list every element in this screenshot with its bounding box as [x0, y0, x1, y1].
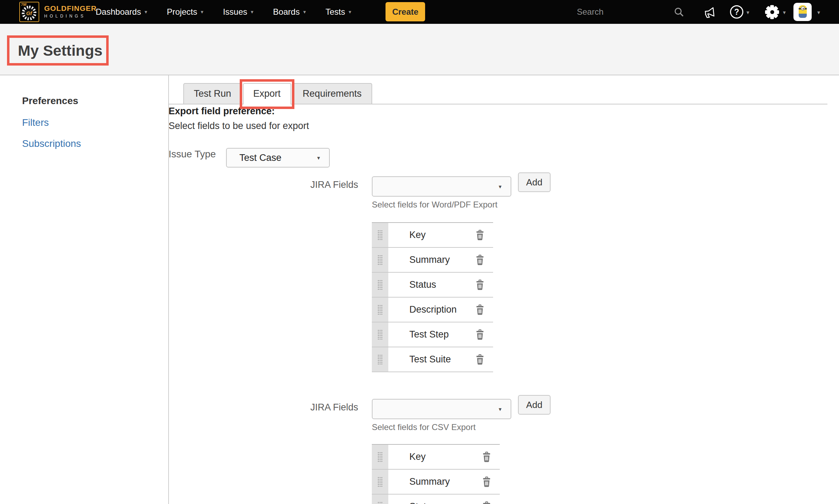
- jira-fields-select-csv[interactable]: ▾: [372, 399, 511, 419]
- drag-handle[interactable]: [372, 470, 388, 494]
- avatar-detail: [803, 8, 804, 9]
- user-avatar[interactable]: [793, 3, 812, 21]
- avatar-caret-icon[interactable]: ▾: [817, 9, 820, 16]
- megaphone-icon[interactable]: [702, 5, 718, 20]
- nav-menu-tests[interactable]: Tests▾: [326, 7, 352, 17]
- csv-caption: Select fields for CSV Export: [372, 422, 476, 432]
- field-row-status: Status: [372, 273, 493, 298]
- field-name: Summary: [409, 254, 475, 265]
- nav-menu-label: Tests: [326, 7, 345, 17]
- field-row-status: Status: [372, 495, 500, 504]
- help-glyph: ?: [734, 7, 739, 17]
- brand-title: GOLDFINGER: [44, 4, 97, 13]
- drag-dots-icon: [377, 280, 383, 290]
- chevron-down-icon: ▾: [349, 9, 352, 15]
- nav-menu-label: Boards: [273, 7, 300, 17]
- export-preference-subtext: Select fields to be used for export: [169, 121, 309, 131]
- gear-caret-icon[interactable]: ▾: [783, 9, 786, 16]
- field-row-description: Description: [372, 298, 493, 322]
- drag-handle[interactable]: [372, 273, 388, 297]
- field-row-key: Key: [372, 223, 493, 248]
- add-button-wordpdf[interactable]: Add: [518, 172, 551, 192]
- logo-monogram: Gf: [25, 8, 34, 18]
- drag-handle[interactable]: [372, 298, 388, 322]
- trash-icon[interactable]: [475, 254, 485, 265]
- search-input[interactable]: [577, 6, 657, 18]
- drag-dots-icon: [377, 305, 383, 315]
- wordpdf-caption: Select fields for Word/PDF Export: [372, 200, 497, 210]
- field-row-test-suite: Test Suite: [372, 347, 493, 372]
- field-name: Key: [409, 451, 482, 462]
- sidebar-link-filters[interactable]: Filters: [22, 117, 49, 128]
- drag-handle[interactable]: [372, 445, 388, 469]
- field-name: Description: [409, 304, 475, 315]
- tab-label[interactable]: Requirements: [292, 83, 372, 104]
- field-row-test-step: Test Step: [372, 322, 493, 347]
- nav-menu-dashboards[interactable]: Dashboards▾: [96, 7, 147, 17]
- tab-label[interactable]: Test Run: [183, 83, 242, 104]
- trash-icon[interactable]: [475, 329, 485, 340]
- add-button-csv[interactable]: Add: [518, 395, 551, 415]
- nav-menu-issues[interactable]: Issues▾: [223, 7, 253, 17]
- field-row-key: Key: [372, 445, 500, 470]
- drag-dots-icon: [377, 230, 383, 240]
- drag-dots-icon: [377, 255, 383, 265]
- company-logo[interactable]: 79F Gf: [19, 2, 39, 22]
- drag-handle[interactable]: [372, 495, 388, 504]
- search-icon[interactable]: [674, 7, 685, 18]
- chevron-down-icon: ▾: [317, 155, 320, 161]
- brand-subtitle: HOLDINGS: [44, 14, 97, 19]
- field-name: Status: [409, 501, 482, 504]
- help-icon[interactable]: ?: [730, 5, 743, 19]
- nav-menu-boards[interactable]: Boards▾: [273, 7, 306, 17]
- nav-menu-label: Projects: [167, 7, 197, 17]
- chevron-down-icon: ▾: [201, 9, 204, 15]
- help-caret-icon[interactable]: ▾: [746, 9, 749, 16]
- trash-icon[interactable]: [475, 230, 485, 240]
- logo-swirl-icon: Gf: [22, 6, 36, 20]
- drag-dots-icon: [377, 329, 383, 340]
- chevron-down-icon: ▾: [303, 9, 306, 15]
- avatar-image: [799, 5, 807, 18]
- drag-handle[interactable]: [372, 248, 388, 272]
- tab-label[interactable]: Export: [243, 83, 291, 104]
- trash-icon[interactable]: [482, 476, 491, 487]
- trash-icon[interactable]: [482, 501, 491, 504]
- gear-icon[interactable]: [765, 5, 779, 19]
- sidebar-link-subscriptions[interactable]: Subscriptions: [22, 138, 81, 149]
- avatar-detail: [801, 6, 805, 11]
- drag-handle[interactable]: [372, 347, 388, 372]
- field-name: Status: [409, 279, 475, 290]
- tab-requirements[interactable]: Requirements: [292, 83, 372, 104]
- tab-export[interactable]: Export: [243, 83, 291, 104]
- trash-icon[interactable]: [482, 451, 491, 462]
- issue-type-select[interactable]: Test Case ▾: [226, 148, 330, 168]
- issue-type-value: Test Case: [227, 152, 281, 163]
- trash-icon[interactable]: [475, 354, 485, 365]
- drag-handle[interactable]: [372, 223, 388, 247]
- chevron-down-icon: ▾: [251, 9, 254, 15]
- drag-handle[interactable]: [372, 322, 388, 347]
- chevron-down-icon: ▾: [144, 9, 147, 15]
- nav-menus: Dashboards▾Projects▾Issues▾Boards▾Tests▾: [96, 0, 371, 24]
- csv-field-list: KeySummaryStatus: [372, 444, 500, 504]
- nav-menu-projects[interactable]: Projects▾: [167, 7, 203, 17]
- avatar-detail: [799, 14, 807, 18]
- field-name: Test Suite: [409, 354, 475, 365]
- annotation-red-box-title: My Settings: [7, 35, 109, 66]
- create-button[interactable]: Create: [386, 2, 425, 21]
- gear-part: [770, 10, 774, 14]
- drag-dots-icon: [377, 502, 383, 504]
- issue-type-label: Issue Type: [169, 149, 216, 160]
- trash-icon[interactable]: [475, 279, 485, 290]
- export-preference-heading: Export field preference:: [169, 106, 275, 117]
- jira-fields-select-wordpdf[interactable]: ▾: [372, 176, 511, 197]
- nav-menu-label: Dashboards: [96, 7, 141, 17]
- nav-menu-label: Issues: [223, 7, 247, 17]
- chevron-down-icon: ▾: [499, 183, 502, 190]
- trash-icon[interactable]: [475, 304, 485, 315]
- tab-test-run[interactable]: Test Run: [183, 83, 242, 104]
- sidebar-divider: [168, 75, 169, 504]
- top-navigation-bar: 79F Gf GOLDFINGER HOLDINGS Dashboards▾Pr…: [0, 0, 839, 24]
- field-name: Key: [409, 230, 475, 240]
